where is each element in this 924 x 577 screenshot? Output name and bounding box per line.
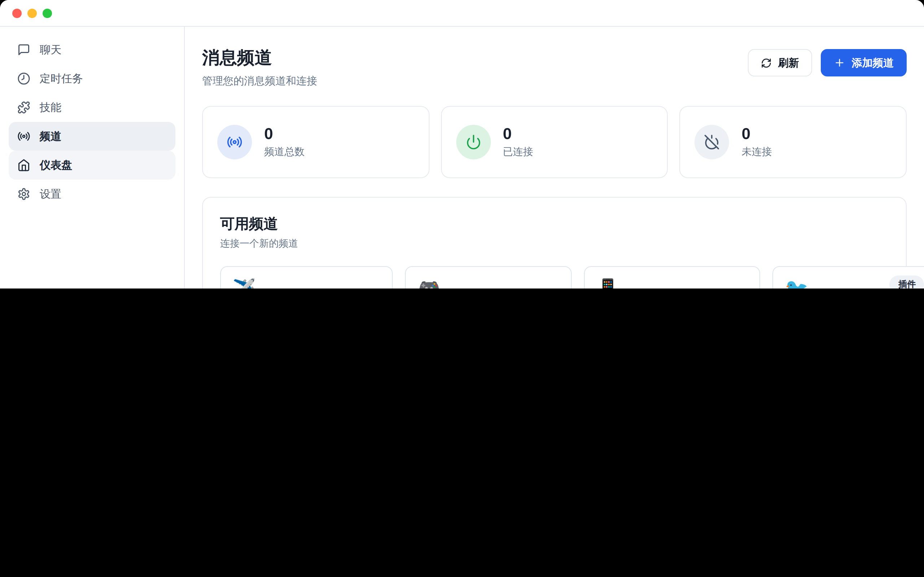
minimize-window-button[interactable] bbox=[27, 9, 37, 18]
stat-card-connected: 0 已连接 bbox=[441, 106, 668, 178]
airplane-emoji-icon: ✈️ bbox=[233, 278, 380, 288]
channel-card-discord[interactable]: 🎮 Discord channels:meta.discord.descript… bbox=[405, 266, 571, 288]
stats-row: 0 频道总数 0 已连接 bbox=[202, 106, 907, 178]
refresh-button[interactable]: 刷新 bbox=[748, 49, 812, 76]
channel-grid: ✈️ Telegram channels:meta.telegram.descr… bbox=[220, 266, 888, 288]
page-header: 消息频道 管理您的消息频道和连接 刷新 添加频道 bbox=[202, 46, 907, 88]
add-channel-button-label: 添加频道 bbox=[852, 56, 894, 69]
mobile-phone-emoji-icon: 📱 bbox=[596, 278, 748, 288]
page-title: 消息频道 bbox=[202, 46, 317, 69]
home-icon bbox=[17, 159, 30, 172]
stat-card-disconnected: 0 未连接 bbox=[680, 106, 907, 178]
sidebar: 聊天 定时任务 技能 频道 仪表盘 bbox=[0, 27, 185, 288]
stat-card-total-channels: 0 频道总数 bbox=[202, 106, 429, 178]
stat-label: 未连接 bbox=[742, 145, 772, 158]
plus-icon bbox=[834, 57, 845, 69]
sidebar-item-label: 聊天 bbox=[40, 43, 61, 56]
app-window: 聊天 定时任务 技能 频道 仪表盘 bbox=[0, 0, 924, 288]
stat-label: 频道总数 bbox=[264, 145, 305, 158]
radio-icon bbox=[17, 130, 30, 143]
sidebar-item-label: 频道 bbox=[40, 129, 61, 143]
chat-icon bbox=[17, 43, 30, 56]
app-root: 聊天 定时任务 技能 频道 仪表盘 bbox=[0, 0, 924, 288]
sidebar-item-channels[interactable]: 频道 bbox=[9, 122, 175, 151]
power-off-icon bbox=[695, 125, 729, 160]
sidebar-item-label: 技能 bbox=[40, 101, 61, 114]
puzzle-icon bbox=[17, 101, 30, 114]
radio-icon bbox=[217, 125, 252, 160]
stat-value: 0 bbox=[264, 126, 305, 143]
sidebar-item-label: 仪表盘 bbox=[40, 158, 72, 172]
sidebar-item-chat[interactable]: 聊天 bbox=[9, 35, 175, 64]
sidebar-item-scheduled-tasks[interactable]: 定时任务 bbox=[9, 64, 175, 93]
sidebar-item-dashboard[interactable]: 仪表盘 bbox=[9, 151, 175, 180]
refresh-button-label: 刷新 bbox=[778, 56, 799, 69]
sidebar-item-skills[interactable]: 技能 bbox=[9, 93, 175, 122]
stat-value: 0 bbox=[742, 126, 772, 143]
sidebar-item-settings[interactable]: 设置 bbox=[9, 180, 175, 208]
channel-card-whatsapp[interactable]: 📱 WhatsApp channels:meta.whatsapp.descri… bbox=[584, 266, 761, 288]
traffic-lights bbox=[12, 9, 52, 18]
gamepad-emoji-icon: 🎮 bbox=[417, 278, 559, 288]
stat-value: 0 bbox=[503, 126, 533, 143]
zoom-window-button[interactable] bbox=[43, 9, 52, 18]
sidebar-item-label: 设置 bbox=[40, 187, 61, 201]
plugin-badge: 插件 bbox=[890, 276, 924, 288]
refresh-icon bbox=[761, 57, 772, 68]
channel-card-telegram[interactable]: ✈️ Telegram channels:meta.telegram.descr… bbox=[220, 266, 393, 288]
available-channels-card: 可用频道 连接一个新的频道 ✈️ Telegram channels:meta.… bbox=[202, 197, 907, 288]
channel-card-feishu[interactable]: 插件 🐦 Feishu / Lark channels:meta.feishu.… bbox=[772, 266, 924, 288]
close-window-button[interactable] bbox=[12, 9, 22, 18]
available-channels-title: 可用频道 bbox=[220, 214, 888, 234]
sidebar-item-label: 定时任务 bbox=[40, 72, 83, 85]
available-channels-subtitle: 连接一个新的频道 bbox=[220, 237, 888, 250]
page-subtitle: 管理您的消息频道和连接 bbox=[202, 74, 317, 88]
power-icon bbox=[456, 125, 491, 160]
gear-icon bbox=[17, 187, 30, 200]
clock-icon bbox=[17, 72, 30, 85]
main-content: 消息频道 管理您的消息频道和连接 刷新 添加频道 bbox=[185, 27, 924, 288]
stat-label: 已连接 bbox=[503, 145, 533, 158]
window-titlebar[interactable] bbox=[0, 0, 924, 27]
add-channel-button[interactable]: 添加频道 bbox=[821, 49, 907, 76]
